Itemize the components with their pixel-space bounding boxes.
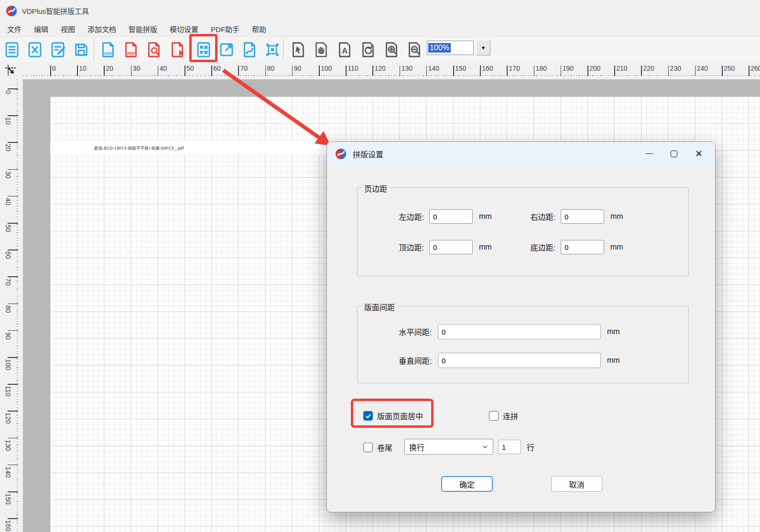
ruler-number: 100 — [321, 65, 332, 72]
close-document-icon[interactable] — [24, 39, 46, 61]
ruler-tick — [8, 169, 18, 170]
ruler-tick — [104, 65, 105, 76]
ruler-number: 30 — [4, 171, 12, 179]
close-icon: ✕ — [695, 149, 703, 158]
rotate-tool-icon[interactable] — [357, 39, 379, 61]
right-margin-input[interactable] — [561, 209, 604, 224]
ruler-tick — [8, 465, 18, 466]
ruler-number: 260 — [750, 65, 760, 72]
edit-document-icon[interactable] — [47, 39, 69, 61]
save-icon[interactable] — [70, 39, 92, 61]
pdf-export-icon[interactable] — [166, 39, 188, 61]
menu-item-编辑[interactable]: 编辑 — [28, 22, 54, 36]
zoom-out-tool-icon[interactable] — [403, 39, 425, 61]
ruler-tick — [8, 357, 18, 358]
ruler-tick — [8, 142, 18, 143]
menu-item-帮助[interactable]: 帮助 — [246, 22, 272, 36]
close-button[interactable]: ✕ — [686, 142, 711, 165]
pdf-file-icon[interactable]: PDF — [120, 39, 142, 61]
zoom-in-tool-icon[interactable] — [380, 39, 402, 61]
ruler-number: 70 — [240, 65, 248, 72]
ruler-number: 90 — [294, 65, 302, 72]
menu-item-添加文档[interactable]: 添加文档 — [81, 22, 122, 36]
dialog-logo-icon — [335, 148, 347, 160]
zoom-input[interactable]: 100% — [427, 41, 474, 55]
vertical-spacing-input[interactable] — [438, 353, 601, 368]
ruler-tick — [8, 330, 18, 331]
pdf-preview-icon[interactable] — [143, 39, 165, 61]
ruler-number: 90 — [4, 332, 12, 340]
spacing-group-title: 版面间距 — [362, 301, 397, 313]
ruler-tick — [587, 65, 588, 76]
lines-count-input[interactable] — [498, 440, 521, 454]
ruler-tick — [749, 65, 749, 76]
vdp-file-icon[interactable]: VDP — [97, 39, 119, 61]
top-margin-input[interactable] — [429, 240, 473, 254]
menu-item-智能拼版[interactable]: 智能拼版 — [122, 22, 163, 36]
hand-tool-icon[interactable] — [310, 39, 332, 61]
center-checkbox[interactable] — [363, 411, 373, 421]
ruler-tick — [534, 65, 535, 76]
lianpin-checkbox[interactable] — [489, 411, 499, 421]
menu-item-文件[interactable]: 文件 — [1, 22, 28, 36]
ruler-tick — [346, 65, 347, 76]
left-margin-input[interactable] — [429, 209, 473, 224]
ruler-tick — [453, 65, 454, 76]
dialog-titlebar: 拼版设置 ✕ — [327, 142, 715, 165]
ruler-tick — [50, 65, 51, 76]
lines-unit-label: 行 — [527, 441, 534, 453]
diecut-path-icon[interactable] — [239, 39, 261, 61]
minimize-icon — [646, 153, 653, 154]
top-margin-label: 顶边距: — [375, 241, 424, 253]
center-checkbox-row[interactable]: 版面页面居中 — [363, 410, 423, 422]
zoom-value: 100% — [428, 43, 451, 53]
ruler-tick — [8, 304, 18, 304]
juanwei-checkbox-label: 卷尾 — [377, 442, 392, 453]
zoom-dropdown-button[interactable]: ▼ — [476, 40, 490, 55]
bottom-margin-input[interactable] — [561, 240, 604, 254]
check-icon — [365, 413, 371, 419]
select-object-icon[interactable] — [261, 39, 283, 61]
ruler-number: 140 — [4, 467, 12, 478]
ruler-number: 50 — [186, 65, 194, 72]
menu-item-视图[interactable]: 视图 — [54, 22, 81, 36]
minimize-button[interactable] — [637, 142, 662, 165]
text-tool-icon[interactable]: A — [334, 39, 356, 61]
ok-button[interactable]: 确定 — [441, 476, 493, 492]
menu-item-模切设置[interactable]: 模切设置 — [163, 22, 205, 36]
ruler-origin-icon[interactable] — [0, 63, 22, 79]
ruler-tick — [426, 65, 427, 76]
juanwei-checkbox-row[interactable]: 卷尾 — [363, 442, 392, 453]
app-logo-icon — [6, 5, 17, 17]
menu-bar: 文件编辑视图添加文档智能拼版模切设置PDF助手帮助 — [0, 22, 760, 36]
rowbreak-combobox[interactable]: 换行 — [404, 439, 493, 455]
ruler-tick — [695, 65, 696, 76]
ruler-number: 120 — [4, 413, 12, 423]
maximize-button[interactable] — [662, 142, 686, 165]
new-document-icon[interactable] — [1, 39, 23, 61]
ruler-number: 160 — [4, 520, 12, 531]
margins-group-title: 页边距 — [362, 183, 390, 194]
svg-text:PDF: PDF — [127, 51, 136, 56]
lianpin-checkbox-row[interactable]: 连拼 — [489, 410, 518, 422]
export-edit-icon[interactable] — [216, 39, 238, 61]
cancel-button[interactable]: 取消 — [551, 476, 602, 492]
horizontal-spacing-input[interactable] — [438, 324, 601, 339]
ruler-tick — [722, 65, 723, 76]
ruler-tick — [8, 196, 18, 197]
document-filename: 能效-BCD-190Y3-铜版不干胶+亮膜-50PCS_.pdf — [94, 145, 184, 151]
ruler-number: 250 — [724, 65, 735, 72]
zoom-combobox[interactable]: 100% ▼ — [427, 40, 490, 55]
ruler-number: 150 — [455, 65, 466, 72]
ruler-number: 230 — [670, 65, 681, 72]
imposition-settings-icon[interactable] — [193, 39, 215, 61]
ruler-tick — [8, 115, 18, 116]
ruler-number: 110 — [347, 65, 358, 72]
ruler-tick — [8, 88, 18, 89]
ruler-number: 60 — [4, 251, 12, 259]
menu-item-PDF助手[interactable]: PDF助手 — [205, 22, 246, 36]
ruler-number: 140 — [428, 65, 439, 72]
center-checkbox-label: 版面页面居中 — [377, 410, 423, 422]
juanwei-checkbox[interactable] — [363, 443, 373, 452]
pointer-tool-icon[interactable] — [287, 39, 309, 61]
